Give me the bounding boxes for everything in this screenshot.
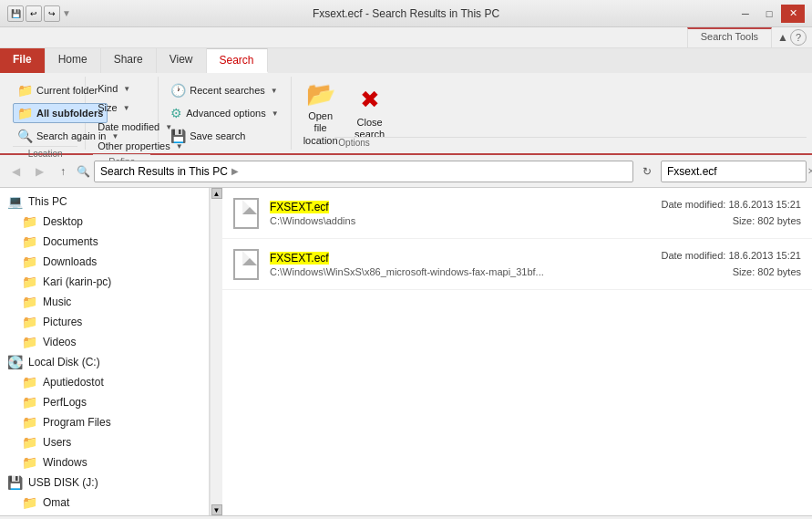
- advanced-options-icon: ⚙: [170, 106, 182, 120]
- title-bar: 💾 ↩ ↪ ▼ Fxsext.ecf - Search Results in T…: [0, 0, 812, 27]
- file-generic-icon: [233, 198, 259, 229]
- scroll-up-btn[interactable]: ▲: [211, 188, 222, 199]
- open-file-location-icon: 📂: [306, 79, 335, 109]
- sidebar-item-label: Windows: [43, 456, 87, 469]
- folder-icon: 📁: [17, 83, 33, 98]
- quick-redo-btn[interactable]: ↪: [44, 5, 60, 22]
- close-search-btn[interactable]: ✖ Close search: [346, 81, 394, 145]
- ribbon-group-options: 🕐 Recent searches ▼ ⚙ Advanced options ▼…: [159, 77, 334, 150]
- sidebar-item[interactable]: 📁Videos: [0, 332, 209, 352]
- search-tools-label: Search Tools: [687, 27, 772, 47]
- location-buttons: 📁 Current folder 📁 All subfolders 🔍 Sear…: [13, 77, 77, 146]
- save-search-btn[interactable]: 💾 Save search: [166, 126, 283, 146]
- sidebar-item-label: Pictures: [43, 316, 82, 328]
- file-meta: Date modified: 18.6.2013 15:21 Size: 802…: [661, 248, 801, 280]
- sidebar-item[interactable]: 📁Pictures: [0, 312, 209, 332]
- address-dropdown[interactable]: ▶: [231, 166, 239, 176]
- sidebar-item[interactable]: 💻This PC: [0, 192, 209, 212]
- sidebar-item-icon: 📁: [22, 395, 37, 410]
- kind-dropdown[interactable]: ▼: [123, 85, 130, 93]
- scroll-down-btn[interactable]: ▼: [211, 504, 222, 515]
- tab-home[interactable]: Home: [46, 48, 101, 73]
- ribbon-collapse-btn[interactable]: ▲: [777, 31, 788, 44]
- tab-search[interactable]: Search: [207, 48, 268, 73]
- search-input[interactable]: [667, 165, 804, 178]
- close-btn[interactable]: ✕: [781, 5, 805, 23]
- file-info: FXSEXT.ecf C:\Windows\WinSxS\x86_microso…: [270, 252, 661, 277]
- sidebar-item[interactable]: 📁PerfLogs: [0, 392, 209, 412]
- sidebar-scrollbar[interactable]: ▲ ▼: [210, 188, 222, 515]
- sidebar-item[interactable]: 📁Desktop: [0, 212, 209, 232]
- sidebar-item-icon: 📁: [22, 495, 37, 510]
- recent-searches-btn[interactable]: 🕐 Recent searches ▼: [166, 80, 283, 100]
- search-clear-btn[interactable]: ✕: [807, 166, 812, 176]
- file-size: Size: 802 bytes: [661, 213, 801, 230]
- file-icon: [233, 198, 259, 229]
- sidebar-item-label: Documents: [43, 235, 98, 248]
- quick-undo-btn[interactable]: ↩: [26, 5, 42, 22]
- sidebar-item[interactable]: 💽Local Disk (C:): [0, 352, 209, 372]
- sidebar-item[interactable]: 💾USB DISK (J:): [0, 472, 209, 493]
- sidebar-item-icon: 💽: [7, 355, 23, 369]
- sidebar-item[interactable]: 📁Omat: [0, 493, 209, 513]
- quick-save-btn[interactable]: 💾: [7, 5, 24, 22]
- kind-btn[interactable]: Kind ▼: [93, 80, 135, 97]
- tab-file[interactable]: File: [0, 48, 46, 73]
- file-list: FXSEXT.ecf C:\Windows\addins Date modifi…: [222, 188, 812, 515]
- options-group-label: Options: [334, 137, 807, 150]
- advanced-options-dropdown[interactable]: ▼: [272, 109, 279, 118]
- quick-dropdown[interactable]: ▼: [62, 8, 71, 18]
- ribbon-group-location: 📁 Current folder 📁 All subfolders 🔍 Sear…: [5, 77, 86, 150]
- minimize-btn[interactable]: ─: [734, 5, 757, 23]
- sidebar-item[interactable]: 📁Windows: [0, 452, 209, 472]
- sidebar-item-label: Local Disk (C:): [28, 356, 100, 368]
- file-name-text: FXSEXT.ecf: [270, 201, 329, 213]
- sidebar-item-label: Music: [43, 296, 71, 308]
- ribbon-group-refine: Kind ▼ Size ▼ Date modified ▼ Other prop…: [86, 77, 159, 150]
- save-search-icon: 💾: [170, 129, 186, 143]
- restore-btn[interactable]: □: [757, 5, 781, 23]
- sidebar-item-icon: 📁: [22, 315, 37, 329]
- table-row[interactable]: FXSEXT.ecf C:\Windows\WinSxS\x86_microso…: [222, 239, 812, 290]
- sidebar-item-icon: 📁: [22, 375, 37, 389]
- size-btn[interactable]: Size ▼: [93, 99, 134, 116]
- file-path: C:\Windows\addins: [270, 215, 661, 226]
- ribbon: Search Tools ▲ ? File Home Share View Se…: [0, 27, 812, 155]
- sidebar-item[interactable]: 📁Kari (karin-pc): [0, 272, 209, 292]
- sidebar-item[interactable]: 📁Downloads: [0, 252, 209, 272]
- help-btn[interactable]: ?: [790, 29, 807, 46]
- search-again-icon: 🔍: [17, 129, 33, 143]
- sidebar-item-icon: 📁: [22, 254, 37, 269]
- recent-searches-dropdown[interactable]: ▼: [271, 87, 278, 95]
- sidebar-item-icon: 📁: [22, 435, 37, 450]
- sidebar-item-label: Downloads: [43, 255, 97, 268]
- tab-share[interactable]: Share: [101, 48, 157, 73]
- advanced-options-btn[interactable]: ⚙ Advanced options ▼: [166, 103, 283, 123]
- size-dropdown[interactable]: ▼: [123, 104, 130, 112]
- search-box[interactable]: ✕: [661, 161, 807, 182]
- sidebar-item-icon: 📁: [22, 455, 37, 470]
- address-bar[interactable]: Search Results in This PC ▶: [94, 161, 633, 182]
- sidebar-item[interactable]: 📁Documents: [0, 232, 209, 252]
- file-info: FXSEXT.ecf C:\Windows\addins: [270, 201, 661, 226]
- subfolders-icon: 📁: [17, 106, 33, 120]
- refresh-btn[interactable]: ↻: [637, 161, 657, 182]
- sidebar-item-icon: 📁: [22, 234, 37, 249]
- sidebar-item[interactable]: 📁Music: [0, 292, 209, 312]
- sidebar-item-label: PerfLogs: [43, 396, 87, 409]
- sidebar-item[interactable]: 📁Users: [0, 432, 209, 452]
- tab-view[interactable]: View: [157, 48, 207, 73]
- forward-btn[interactable]: ▶: [29, 161, 49, 182]
- sidebar-item-label: Videos: [43, 336, 76, 348]
- up-btn[interactable]: ↑: [53, 161, 73, 182]
- table-row[interactable]: FXSEXT.ecf C:\Windows\addins Date modifi…: [222, 188, 812, 239]
- file-generic-icon: [233, 249, 259, 280]
- nav-bar: ◀ ▶ ↑ 🔍 Search Results in This PC ▶ ↻ ✕: [0, 155, 812, 188]
- search-icon-nav: 🔍: [77, 165, 90, 178]
- back-btn[interactable]: ◀: [5, 161, 26, 182]
- sidebar-item[interactable]: 📁Program Files: [0, 412, 209, 432]
- address-text: Search Results in This PC: [100, 165, 228, 178]
- file-icon: [233, 249, 259, 280]
- sidebar-item[interactable]: 📁Aputiedostot: [0, 372, 209, 392]
- file-meta: Date modified: 18.6.2013 15:21 Size: 802…: [661, 197, 801, 229]
